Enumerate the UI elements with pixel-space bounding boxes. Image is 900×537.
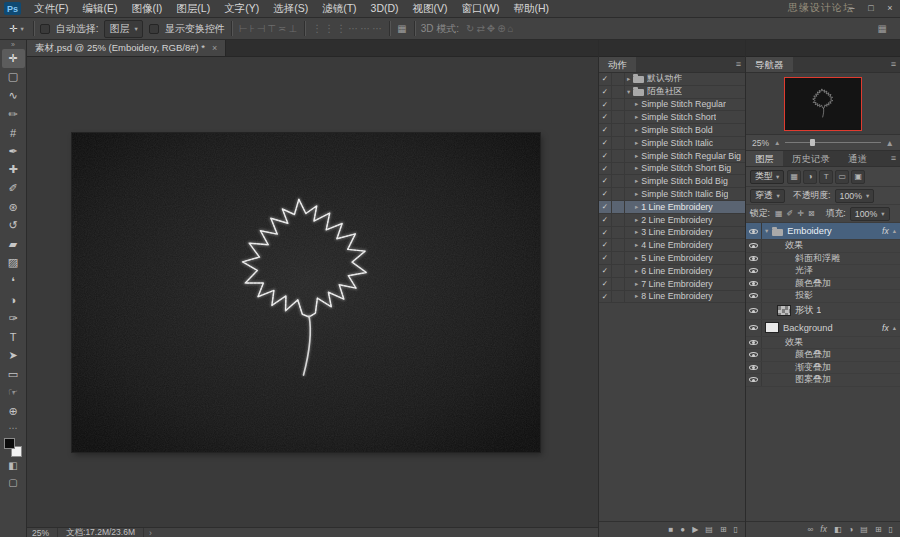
layer-row[interactable]: 颜色叠加 — [746, 349, 900, 362]
menu-item-6[interactable]: 滤镜(T) — [315, 0, 363, 17]
auto-select-checkbox[interactable] — [40, 24, 50, 34]
expand-arrow-icon[interactable]: ▸ — [635, 292, 638, 300]
tab-navigator[interactable]: 导航器 — [746, 57, 793, 72]
action-dialog-toggle[interactable] — [612, 163, 625, 175]
tool-preset-arrow-icon[interactable]: ▾ — [20, 25, 23, 33]
edit-toolbar-icon[interactable]: ⋯ — [9, 423, 18, 433]
navigator-preview[interactable] — [746, 73, 900, 135]
expand-arrow-icon[interactable]: ▸ — [635, 254, 638, 262]
lasso-tool[interactable]: ∿ — [2, 86, 25, 105]
action-check-icon[interactable]: ✓ — [599, 291, 612, 303]
auto-select-dropdown[interactable]: 图层 ▾ — [104, 20, 142, 38]
tab-2-inactive[interactable]: 通道 — [839, 151, 876, 166]
filter-shape-layers-icon[interactable]: ▭ — [835, 170, 849, 184]
action-row[interactable]: ✓▸Simple Stitch Short Big — [599, 163, 745, 176]
layer-row[interactable]: 效果 — [746, 240, 900, 253]
panel-menu-icon[interactable]: ≡ — [736, 57, 741, 72]
distribute-left-edges-icon[interactable]: ⋯ — [347, 19, 359, 39]
action-dialog-toggle[interactable] — [612, 239, 625, 251]
action-check-icon[interactable]: ✓ — [599, 150, 612, 162]
action-row[interactable]: ✓▾陌鱼社区 — [599, 86, 745, 99]
zoom-slider[interactable] — [785, 142, 880, 143]
stop-playing-icon[interactable]: ■ — [668, 522, 673, 537]
visibility-eye-icon[interactable] — [746, 337, 762, 349]
action-check-icon[interactable]: ✓ — [599, 137, 612, 149]
visibility-eye-icon[interactable] — [746, 303, 762, 319]
visibility-eye-icon[interactable] — [746, 278, 762, 290]
action-dialog-toggle[interactable] — [612, 291, 625, 303]
expand-arrow-icon[interactable]: ▸ — [635, 100, 638, 108]
layer-row[interactable]: 投影 — [746, 290, 900, 303]
shape-tool[interactable]: ▭ — [2, 365, 25, 384]
filter-smart-objects-icon[interactable]: ▣ — [851, 170, 865, 184]
zoom-out-icon[interactable]: ▲ — [774, 139, 780, 146]
menu-item-8[interactable]: 视图(V) — [406, 0, 455, 17]
eyedropper-tool[interactable]: ✒ — [2, 142, 25, 161]
document-tab[interactable]: 素材.psd @ 25% (Emboidery, RGB/8#) * × — [27, 40, 226, 56]
action-check-icon[interactable]: ✓ — [599, 214, 612, 226]
action-dialog-toggle[interactable] — [612, 111, 625, 123]
align-left-edges-icon[interactable]: ⊢ — [238, 19, 249, 39]
distribute-bottom-edges-icon[interactable]: ⋮ — [335, 19, 347, 39]
action-dialog-toggle[interactable] — [612, 227, 625, 239]
action-dialog-toggle[interactable] — [612, 265, 625, 277]
layer-thumbnail[interactable] — [765, 322, 779, 333]
action-dialog-toggle[interactable] — [612, 137, 625, 149]
new-layer-icon[interactable]: ⊞ — [875, 522, 882, 537]
layer-filter-dropdown[interactable]: 类型 ▾ — [750, 170, 784, 184]
status-zoom-field[interactable]: 25% — [27, 528, 58, 537]
gradient-tool[interactable]: ▨ — [2, 254, 25, 273]
action-dialog-toggle[interactable] — [612, 201, 625, 213]
document-canvas[interactable] — [72, 133, 540, 452]
action-dialog-toggle[interactable] — [612, 124, 625, 136]
lock-position-icon[interactable]: ✛ — [796, 209, 805, 218]
delete-action-icon[interactable]: ▯ — [734, 522, 738, 537]
lock-transparency-icon[interactable]: ▦ — [774, 209, 784, 218]
maximize-button[interactable]: □ — [865, 0, 877, 17]
menu-item-9[interactable]: 窗口(W) — [455, 0, 507, 17]
collapse-effects-icon[interactable]: ▴ — [893, 227, 896, 235]
fx-badge-icon[interactable]: fx — [882, 226, 889, 236]
expand-arrow-icon[interactable]: ▸ — [627, 75, 630, 83]
align-right-edges-icon[interactable]: ⊣ — [256, 19, 267, 39]
path-selection-tool[interactable]: ➤ — [2, 347, 25, 366]
align-bottom-edges-icon[interactable]: ⊥ — [287, 19, 298, 39]
action-check-icon[interactable]: ✓ — [599, 111, 612, 123]
action-row[interactable]: ✓▸默认动作 — [599, 73, 745, 86]
3d-drag-icon[interactable]: ✥ — [486, 19, 496, 39]
layer-row[interactable]: 斜面和浮雕 — [746, 253, 900, 266]
action-row[interactable]: ✓▸6 Line Embroidery — [599, 265, 745, 278]
expand-arrow-icon[interactable]: ▸ — [635, 177, 638, 185]
eraser-tool[interactable]: ▰ — [2, 235, 25, 254]
zoom-tool[interactable]: ⊕ — [2, 402, 25, 421]
fill-dropdown[interactable]: 100% ▾ — [850, 207, 890, 221]
dodge-tool[interactable]: ◑ — [2, 291, 25, 310]
layer-row[interactable]: 光泽 — [746, 265, 900, 278]
layer-row[interactable]: 形状 1 — [746, 303, 900, 320]
opacity-dropdown[interactable]: 100% ▾ — [835, 189, 875, 203]
action-check-icon[interactable]: ✓ — [599, 163, 612, 175]
action-row[interactable]: ✓▸3 Line Embroidery — [599, 227, 745, 240]
3d-roll-icon[interactable]: ⇄ — [475, 19, 485, 39]
navigator-thumbnail[interactable] — [785, 78, 861, 130]
action-row[interactable]: ✓▸4 Line Embroidery — [599, 239, 745, 252]
action-check-icon[interactable]: ✓ — [599, 278, 612, 290]
action-check-icon[interactable]: ✓ — [599, 99, 612, 111]
action-check-icon[interactable]: ✓ — [599, 201, 612, 213]
distribute-vertical-centers-icon[interactable]: ⋮ — [323, 19, 335, 39]
menu-item-0[interactable]: 文件(F) — [27, 0, 75, 17]
menu-item-5[interactable]: 选择(S) — [266, 0, 315, 17]
canvas-area[interactable] — [27, 57, 598, 527]
expand-arrow-icon[interactable]: ▸ — [635, 228, 638, 236]
link-layers-icon[interactable]: ∞ — [808, 522, 814, 537]
action-dialog-toggle[interactable] — [612, 175, 625, 187]
action-row[interactable]: ✓▸Simple Stitch Bold — [599, 124, 745, 137]
action-check-icon[interactable]: ✓ — [599, 265, 612, 277]
action-check-icon[interactable]: ✓ — [599, 124, 612, 136]
action-row[interactable]: ✓▸Simple Stitch Bold Big — [599, 175, 745, 188]
collapse-effects-icon[interactable]: ▴ — [893, 324, 896, 332]
expand-arrow-icon[interactable]: ▸ — [635, 241, 638, 249]
color-swatches[interactable] — [3, 438, 23, 457]
type-tool[interactable]: T — [2, 328, 25, 347]
status-options-arrow-icon[interactable]: › — [144, 528, 157, 537]
